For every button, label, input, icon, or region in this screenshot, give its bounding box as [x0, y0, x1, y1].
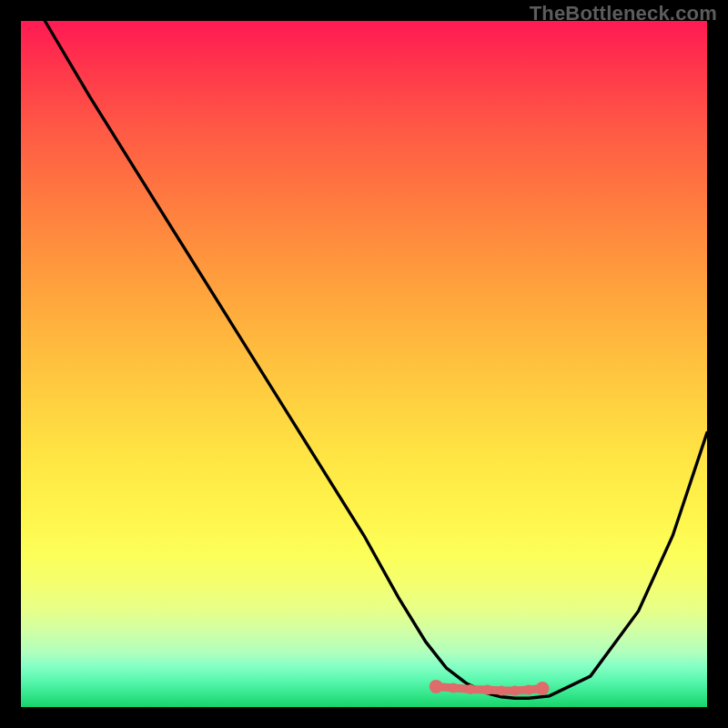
gradient-plot-area: [21, 21, 707, 707]
optimal-marker-dot: [449, 682, 459, 693]
optimal-marker-dot: [524, 685, 534, 695]
optimal-marker-dot: [510, 685, 520, 695]
optimal-marker-dot: [536, 682, 550, 695]
optimal-marker-dot: [496, 685, 506, 695]
optimal-marker-dot: [465, 684, 475, 694]
curve-svg: [21, 21, 707, 707]
optimal-marker-dot: [430, 680, 443, 693]
bottleneck-curve: [45, 21, 707, 698]
watermark-label: TheBottleneck.com: [530, 2, 717, 25]
optimal-marker-dot: [482, 685, 492, 695]
chart-frame: TheBottleneck.com: [0, 0, 728, 728]
